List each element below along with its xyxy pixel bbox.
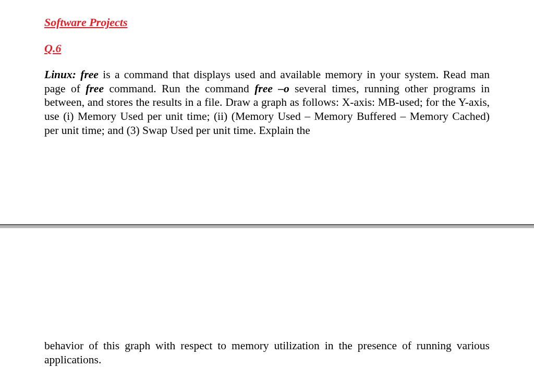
body-text-2: command. Run the command xyxy=(104,82,254,95)
inline-bold-free-o: free –o xyxy=(254,82,289,95)
question-body: Linux: free is a command that displays u… xyxy=(44,68,490,137)
section-title: Software Projects xyxy=(44,16,490,29)
page-lower-content: behavior of this graph with respect to m… xyxy=(44,339,490,366)
page-upper-content: Software Projects Q.6 Linux: free is a c… xyxy=(0,0,534,137)
inline-bold-linux-free: Linux: free xyxy=(44,68,99,81)
inline-bold-free: free xyxy=(86,82,104,95)
page-divider xyxy=(0,224,534,228)
question-number: Q.6 xyxy=(44,42,490,55)
lower-body-text: behavior of this graph with respect to m… xyxy=(44,339,490,366)
